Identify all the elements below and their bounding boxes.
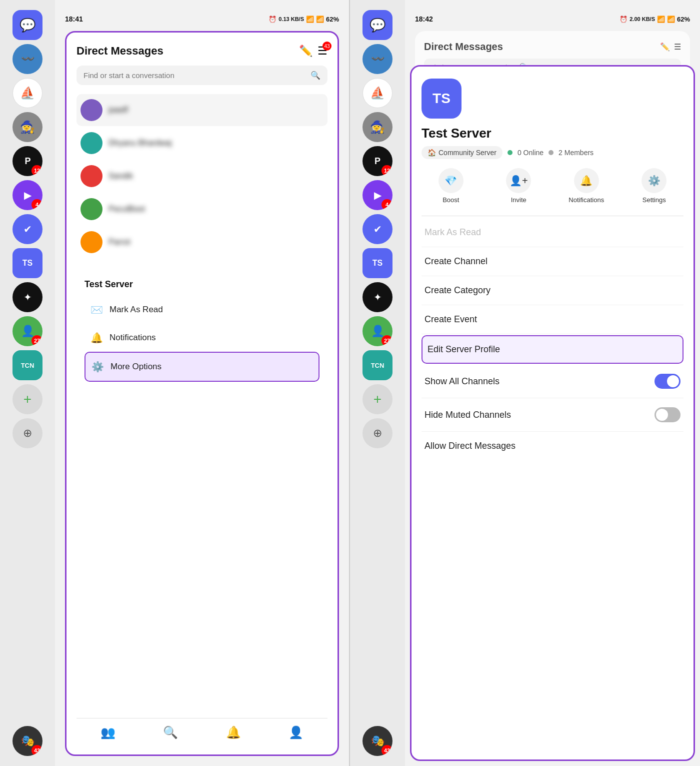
sheet-menu-edit-server-profile[interactable]: Edit Server Profile [422,335,684,364]
arrow-badge: 4 [32,199,42,210]
new-dm-icon[interactable]: ✏️ [299,45,312,58]
dm-item-3[interactable]: Sandik [76,160,328,192]
nav-btn-notifications[interactable]: 🔔 [226,725,241,739]
sheet-menu-allow-direct-messages[interactable]: Allow Direct Messages [422,432,684,460]
action-btn-boost[interactable]: 💎 Boost [422,168,480,204]
card-title-left: Direct Messages [76,45,164,58]
invite-label: Invite [511,196,526,204]
search-input-left[interactable] [84,71,306,80]
server-name-left: Test Server [84,279,320,290]
sidebar-icon-arrow[interactable]: ▶ 4 [12,180,42,210]
sidebar-icon-sailboat[interactable]: ⛵ [12,78,42,108]
sidebar-icon-add[interactable]: + [12,384,42,414]
bell-nav-icon: 🔔 [226,725,241,739]
sheet-menu-show-all-channels[interactable]: Show All Channels [422,365,684,398]
right-sidebar-icon-ts[interactable]: TS [362,248,392,278]
dm-name-4: PeculBoot [108,205,145,214]
boost-icon-container: 💎 [438,168,464,193]
person-badge: 27 [32,335,42,346]
app-card-left: Direct Messages ✏️ ☰ 43 🔍 joeeff [65,31,339,756]
menu-icon[interactable]: ☰ 43 [318,45,328,58]
nav-btn-search[interactable]: 🔍 [163,725,178,739]
sidebar-icon-ts[interactable]: TS [12,248,42,278]
right-sidebar-icon-check[interactable]: ✔ [362,214,392,244]
card-action-icons: ✏️ ☰ 43 [299,45,328,58]
boost-icon: 💎 [444,175,457,187]
time-left: 18:41 [65,15,83,23]
menu-item-notifications-left[interactable]: 🔔 Notifications [84,324,320,352]
main-left-content: 18:41 ⏰ 0.13 KB/S 📶 📶 62% Direct Message… [55,0,349,766]
right-opus-badge: 12 [382,165,392,176]
sidebar-icon-bottom[interactable]: 🎭 43 [12,726,42,756]
settings-icon-container: ⚙️ [642,168,666,193]
nav-btn-profile[interactable]: 👤 [288,725,304,739]
member-dot [548,150,554,155]
sheet-menu-create-channel[interactable]: Create Channel [422,247,684,276]
right-sidebar-icon-add[interactable]: + [362,384,392,414]
action-btn-invite[interactable]: 👤+ Invite [490,168,548,204]
bottom-badge: 43 [32,745,42,756]
notifications-label: Notifications [568,196,604,204]
sidebar-icon-discover[interactable]: ⊕ [12,418,42,448]
notifications-icon-container: 🔔 [574,168,599,193]
right-sidebar-icon-tcn[interactable]: TCN [362,350,392,380]
right-sidebar-icon-person[interactable]: 👤 27 [362,316,392,346]
sheet-menu: Mark As Read Create Channel Create Categ… [422,218,684,759]
right-sidebar: 💬 〰️ ⛵ 🧙 P 12 ▶ 4 ✔ TS ✦ 👤 27 [350,0,405,766]
status-bar-right: 18:42 ⏰ 2.00 KB/S 📶 📶 62% [415,15,690,23]
right-person-badge: 27 [382,335,392,346]
right-sidebar-icon-home[interactable]: 💬 [362,10,392,40]
dm-item-5[interactable]: Parrot [76,226,328,258]
bg-new-dm-icon: ✏️ [660,42,670,52]
opus-badge: 12 [32,165,42,176]
right-sidebar-icon-opus[interactable]: P 12 [362,146,392,176]
bottom-nav-left: 👥 🔍 🔔 👤 [76,718,328,744]
right-sidebar-icon-wave[interactable]: 〰️ [362,44,392,74]
sidebar-icon-home[interactable]: 💬 [12,10,42,40]
right-sidebar-icon-discover[interactable]: ⊕ [362,418,392,448]
sidebar-icon-god[interactable]: 🧙 [12,112,42,142]
dm-name-5: Parrot [108,238,130,247]
sidebar-icon-person[interactable]: 👤 27 [12,316,42,346]
right-sidebar-icon-god[interactable]: 🧙 [362,112,392,142]
right-sidebar-icon-arrow[interactable]: ▶ 4 [362,180,392,210]
search-nav-icon: 🔍 [163,725,178,739]
search-bar-left[interactable]: 🔍 [76,66,328,85]
menu-item-more-options[interactable]: ⚙️ More Options [84,352,320,382]
search-icon: 🔍 [310,71,320,80]
dm-item-1[interactable]: joeeff [76,94,328,126]
action-btn-settings[interactable]: ⚙️ Settings [625,168,684,204]
menu-label-mark-as-read: Mark As Read [110,305,163,315]
sidebar-icon-openai[interactable]: ✦ [12,282,42,312]
divider-1 [422,216,684,216]
right-sidebar-icon-bottom[interactable]: 🎭 43 [362,726,392,756]
right-arrow-badge: 4 [382,199,392,210]
sidebar-icon-check[interactable]: ✔ [12,214,42,244]
right-bottom-badge: 43 [382,745,392,756]
server-context-sheet: TS Test Server 🏠 Community Server 0 Onli… [410,65,695,761]
show-all-channels-row: Show All Channels [424,374,680,389]
menu-item-mark-as-read-left[interactable]: ✉️ Mark As Read [84,296,320,324]
server-avatar-large: TS [422,79,462,119]
hide-muted-channels-toggle[interactable] [654,407,680,422]
online-dot [508,150,512,155]
action-btn-notifications[interactable]: 🔔 Notifications [557,168,616,204]
sheet-menu-hide-muted-channels[interactable]: Hide Muted Channels [422,398,684,432]
dm-item-2[interactable]: Dhyanu Bhardwaj [76,127,328,159]
sidebar-icon-wave[interactable]: 〰️ [12,44,42,74]
sheet-menu-create-category[interactable]: Create Category [422,276,684,305]
sidebar-icon-opus[interactable]: P 12 [12,146,42,176]
show-all-channels-toggle[interactable] [654,374,680,389]
context-menu-left: ✉️ Mark As Read 🔔 Notifications ⚙️ More … [84,296,320,382]
profile-nav-icon: 👤 [288,725,304,739]
dm-item-4[interactable]: PeculBoot [76,193,328,225]
community-badge: 🏠 Community Server [422,146,502,159]
sidebar-icon-tcn[interactable]: TCN [12,350,42,380]
right-sidebar-icon-openai[interactable]: ✦ [362,282,392,312]
main-right-content: 18:42 ⏰ 2.00 KB/S 📶 📶 62% Direct Message… [405,0,700,766]
right-sidebar-icon-sailboat[interactable]: ⛵ [362,78,392,108]
sheet-menu-mark-as-read[interactable]: Mark As Read [422,218,684,247]
nav-btn-friends[interactable]: 👥 [100,725,116,739]
server-title-large: Test Server [422,126,684,141]
sheet-menu-create-event[interactable]: Create Event [422,305,684,334]
